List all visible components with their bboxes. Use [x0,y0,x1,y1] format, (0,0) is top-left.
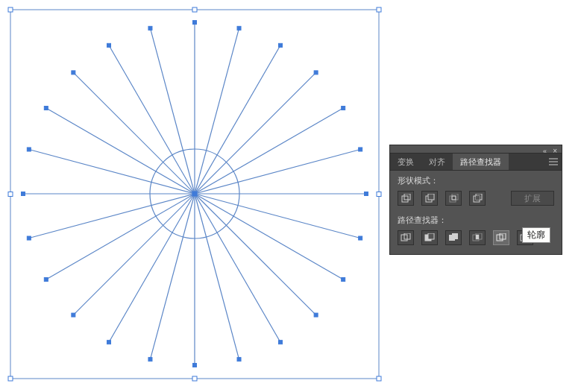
svg-rect-54 [107,43,111,47]
divide-icon[interactable] [398,230,414,245]
svg-rect-26 [342,278,345,282]
svg-line-39 [73,194,195,315]
svg-rect-66 [450,196,456,202]
tab-transform[interactable]: 变换 [390,154,421,170]
svg-rect-30 [279,341,283,344]
svg-rect-2 [8,192,13,197]
svg-line-37 [109,194,195,342]
svg-line-15 [195,72,316,194]
tab-pathfinder[interactable]: 路径查找器 [453,154,509,170]
shape-modes-section: 形状模式： 扩展 [390,171,562,215]
exclude-icon[interactable] [469,191,486,206]
svg-rect-1 [8,7,13,12]
svg-rect-3 [8,376,13,381]
trim-icon[interactable] [421,230,438,245]
svg-rect-42 [44,278,48,282]
panel-tabs: 变换 对齐 路径查找器 [390,154,562,171]
svg-rect-20 [359,148,362,151]
panel-menu-icon[interactable] [545,154,562,170]
tab-align[interactable]: 对齐 [421,154,453,170]
svg-rect-40 [72,313,75,317]
svg-rect-28 [314,313,318,317]
svg-rect-63 [404,194,410,200]
svg-line-25 [195,194,343,279]
svg-rect-5 [192,376,197,381]
svg-rect-67 [452,194,458,200]
svg-rect-18 [342,107,345,110]
svg-rect-6 [377,7,381,12]
svg-line-53 [109,45,195,194]
svg-line-17 [195,108,343,194]
svg-rect-12 [237,26,241,30]
svg-rect-14 [279,43,283,47]
svg-rect-58 [192,192,197,196]
svg-rect-48 [27,148,31,151]
merge-icon[interactable] [445,230,462,245]
svg-line-41 [46,194,195,279]
svg-rect-68 [452,196,456,200]
svg-rect-32 [237,358,241,361]
svg-line-29 [195,194,280,342]
svg-rect-62 [402,196,408,202]
svg-line-51 [73,72,195,194]
collapse-icon[interactable] [543,148,547,155]
svg-rect-75 [428,233,434,239]
intersect-icon[interactable] [445,191,462,206]
pathfinders-label: 路径查找器： [398,215,554,226]
svg-rect-80 [476,235,479,239]
svg-rect-22 [365,192,368,196]
expand-button: 扩展 [511,191,554,206]
shape-modes-label: 形状模式： [398,175,554,186]
outline-icon[interactable] [493,230,509,245]
svg-rect-7 [377,192,381,197]
svg-rect-65 [428,194,434,200]
svg-rect-36 [148,358,152,361]
svg-rect-38 [107,341,111,344]
tooltip-outline: 轮廓 [522,227,550,243]
svg-rect-56 [148,26,152,30]
svg-rect-8 [377,376,381,381]
svg-rect-71 [476,196,480,200]
panel-header [390,145,562,154]
minus-front-icon[interactable] [421,191,438,206]
svg-rect-4 [192,7,197,12]
svg-rect-34 [193,364,197,367]
close-icon[interactable] [553,147,557,155]
svg-rect-16 [314,71,318,75]
svg-rect-10 [193,21,197,25]
crop-icon[interactable] [469,230,486,245]
svg-rect-44 [27,236,31,240]
unite-icon[interactable] [398,191,414,206]
svg-rect-46 [22,192,25,196]
svg-rect-50 [44,107,48,110]
svg-line-49 [46,108,195,194]
svg-rect-77 [452,233,458,239]
svg-rect-24 [359,236,362,240]
svg-rect-52 [72,71,75,75]
svg-line-27 [195,194,316,315]
svg-line-13 [195,45,280,194]
